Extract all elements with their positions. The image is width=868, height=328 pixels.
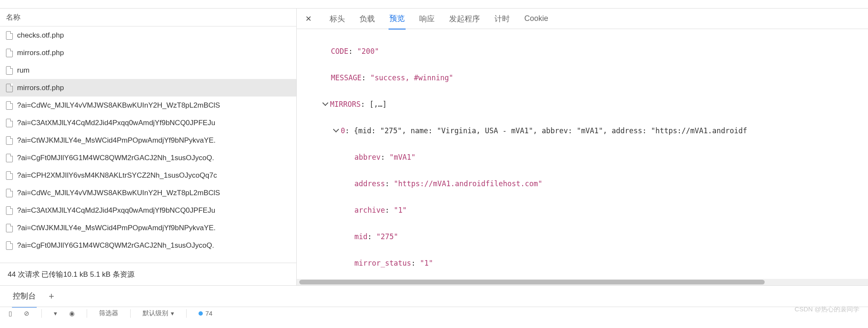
horizontal-scrollbar[interactable] [297, 279, 868, 285]
scrollbar-thumb[interactable] [299, 280, 765, 284]
level-select[interactable]: 默认级别 ▾ [143, 309, 174, 317]
details-panel: ✕ 标头 负载 预览 响应 发起程序 计时 Cookie CODE: "200"… [297, 9, 868, 285]
request-name: ?ai=CdWc_MJlLY4vVMJWS8AKBwKUInY2H_WzT8pL… [17, 101, 220, 110]
tab-response[interactable]: 响应 [418, 9, 435, 29]
request-row[interactable]: ?ai=C3AtXMJlLY4CqMd2Jid4Pxqq0wAmdjYf9bNC… [0, 114, 296, 132]
json-row[interactable]: mirror_status: "1" [310, 257, 868, 270]
tab-cookies[interactable]: Cookie [523, 9, 549, 28]
column-header-name[interactable]: 名称 [0, 9, 296, 26]
network-summary: 44 次请求 已传输10.1 kB 5.1 kB 条资源 [0, 263, 296, 285]
request-row[interactable]: ?ai=CtWJKMJlLY4e_MsWCid4PmPOpwAmdjYf9bNP… [0, 219, 296, 237]
json-preview[interactable]: CODE: "200" MESSAGE: "success, #winning"… [297, 29, 868, 279]
request-name: ?ai=CdWc_MJlLY4vVMJWS8AKBwKUInY2H_WzT8pL… [17, 189, 220, 197]
request-name: ?ai=CgFt0MJIlY6G1M4WC8QWM2rGACJ2Nh_1susO… [17, 154, 214, 162]
file-icon [6, 241, 13, 250]
request-row[interactable]: ?ai=CdWc_MJlLY4vVMJWS8AKBwKUInY2H_WzT8pL… [0, 97, 296, 114]
request-name: rum [17, 66, 29, 75]
issue-count[interactable]: 74 [199, 310, 213, 317]
request-name: mirrors.otf.php [17, 84, 64, 92]
json-row[interactable]: address: "https://mVA1.androidfilehost.c… [310, 177, 868, 190]
clear-icon[interactable]: ⊘ [24, 310, 29, 317]
toolbar-icon[interactable]: ▯ [9, 310, 12, 317]
request-name: ?ai=CPH2XMJIlY6vsM4KN8AKLtrSYCZ2Nh_1susO… [17, 171, 217, 180]
json-row[interactable]: abbrev: "mVA1" [310, 151, 868, 164]
tab-initiator[interactable]: 发起程序 [448, 9, 481, 29]
tab-headers[interactable]: 标头 [329, 9, 346, 29]
request-row[interactable]: ?ai=CtWJKMJlLY4e_MsWCid4PmPOpwAmdjYf9bNP… [0, 132, 296, 149]
file-icon [6, 84, 13, 92]
close-icon[interactable]: ✕ [304, 12, 313, 25]
tab-payload[interactable]: 负载 [359, 9, 376, 29]
chevron-down-icon[interactable] [333, 126, 339, 132]
eye-icon[interactable]: ◉ [69, 310, 75, 317]
request-name: ?ai=C3AtXMJlLY4CqMd2Jid4Pxqq0wAmdjYf9bNC… [17, 206, 215, 215]
request-row[interactable]: rum [0, 62, 296, 79]
request-row[interactable]: checks.otf.php [0, 26, 296, 44]
file-icon [6, 206, 13, 215]
request-name: ?ai=C3AtXMJlLY4CqMd2Jid4Pxqq0wAmdjYf9bNC… [17, 119, 215, 127]
filter-input[interactable]: 筛选器 [99, 309, 118, 317]
request-row[interactable]: ?ai=CgFt0MJIlY6G1M4WC8QWM2rGACJ2Nh_1susO… [0, 149, 296, 167]
file-icon [6, 49, 13, 57]
chevron-down-icon[interactable] [322, 100, 328, 106]
file-icon [6, 66, 13, 75]
details-tabs: ✕ 标头 负载 预览 响应 发起程序 计时 Cookie [297, 9, 868, 29]
json-row[interactable]: archive: "1" [310, 204, 868, 217]
context-select[interactable]: ▾ [54, 310, 57, 317]
json-row-expandable[interactable]: 0: {mid: "275", name: "Virginia, USA - m… [310, 124, 868, 138]
request-row[interactable]: mirrors.otf.php [0, 44, 296, 62]
request-row[interactable]: ?ai=CPH2XMJIlY6vsM4KN8AKLtrSYCZ2Nh_1susO… [0, 167, 296, 184]
json-row[interactable]: MESSAGE: "success, #winning" [310, 71, 868, 85]
info-dot-icon [199, 311, 203, 316]
file-icon [6, 171, 13, 180]
tab-timing[interactable]: 计时 [494, 9, 511, 29]
file-icon [6, 101, 13, 110]
tab-console[interactable]: 控制台 [12, 285, 37, 308]
json-row[interactable]: CODE: "200" [310, 45, 868, 58]
file-icon [6, 119, 13, 127]
request-row[interactable]: ?ai=CgFt0MJIlY6G1M4WC8QWM2rGACJ2Nh_1susO… [0, 237, 296, 254]
request-name: checks.otf.php [17, 31, 64, 40]
drawer-tabs: 控制台 + CSDN @热心的裴同学 [0, 285, 868, 307]
file-icon [6, 136, 13, 145]
request-name: mirrors.otf.php [17, 49, 64, 57]
file-icon [6, 224, 13, 232]
request-row[interactable]: ?ai=C3AtXMJlLY4CqMd2Jid4Pxqq0wAmdjYf9bNC… [0, 202, 296, 219]
request-name: ?ai=CtWJKMJlLY4e_MsWCid4PmPOpwAmdjYf9bNP… [17, 136, 216, 145]
request-row[interactable]: mirrors.otf.php [0, 79, 296, 97]
json-row-expandable[interactable]: MIRRORS: [,…] [310, 98, 868, 111]
console-toolbar: ▯ ⊘ ▾ ◉ 筛选器 默认级别 ▾ 74 [0, 307, 868, 319]
request-row[interactable]: ?ai=CdWc_MJlLY4vVMJWS8AKBwKUInY2H_WzT8pL… [0, 184, 296, 202]
file-icon [6, 31, 13, 40]
request-name: ?ai=CtWJKMJlLY4e_MsWCid4PmPOpwAmdjYf9bNP… [17, 224, 216, 232]
request-list[interactable]: checks.otf.phpmirrors.otf.phprummirrors.… [0, 26, 296, 263]
file-icon [6, 189, 13, 197]
request-name: ?ai=CgFt0MJIlY6G1M4WC8QWM2rGACJ2Nh_1susO… [17, 241, 214, 250]
json-row[interactable]: mid: "275" [310, 230, 868, 243]
network-list-panel: 名称 checks.otf.phpmirrors.otf.phprummirro… [0, 9, 297, 285]
add-tab-icon[interactable]: + [49, 291, 54, 302]
file-icon [6, 154, 13, 162]
tab-preview[interactable]: 预览 [389, 9, 406, 29]
